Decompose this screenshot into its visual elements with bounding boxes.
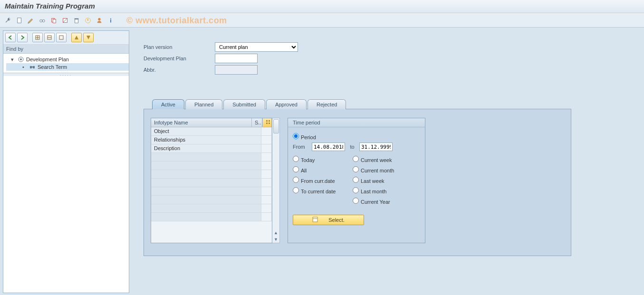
radio-label: To current date — [301, 189, 336, 194]
glasses-icon[interactable] — [37, 15, 48, 26]
radio-label: From curr.date — [301, 178, 335, 184]
grid-row[interactable]: Object — [151, 127, 272, 136]
grid-row[interactable]: Description — [151, 144, 272, 153]
tab-submitted[interactable]: Submitted — [223, 99, 265, 109]
tree-icon-2[interactable] — [44, 33, 55, 42]
svg-rect-0 — [18, 18, 21, 23]
radio-from-curr-date[interactable]: From curr.date — [293, 177, 350, 184]
scroll-thumb[interactable] — [273, 119, 279, 133]
plan-node-icon — [18, 56, 24, 63]
grid-cell-s — [261, 136, 272, 144]
main-toolbar: © www.tutorialkart.com — [0, 13, 644, 28]
grid-cell — [151, 153, 261, 162]
tab-rejected[interactable]: Rejected — [308, 99, 346, 109]
grid-cell-s — [261, 179, 272, 187]
svg-rect-6 — [75, 19, 78, 23]
svg-rect-24 — [269, 123, 270, 124]
to-label: to — [348, 144, 356, 150]
page-title: Maintain Training Program — [0, 0, 644, 13]
grid-cell-s — [261, 144, 272, 153]
grid-row[interactable] — [151, 179, 272, 187]
radio-label: Current week — [361, 157, 392, 163]
svg-rect-19 — [33, 66, 35, 68]
radio-last-week[interactable]: Last week — [353, 177, 384, 184]
radio-period[interactable]: Period — [293, 133, 350, 140]
tree-icon-1[interactable] — [32, 33, 43, 42]
info-icon[interactable] — [106, 15, 116, 26]
select-button[interactable]: Select. — [293, 215, 364, 225]
tree-root-development-plan[interactable]: ▾ Development Plan — [6, 56, 129, 63]
plan-version-select[interactable]: Current plan — [215, 42, 298, 52]
sidebar: Find by ▾ Development Plan • Search Term… — [3, 30, 129, 293]
svg-rect-23 — [266, 123, 268, 124]
tab-planned[interactable]: Planned — [185, 99, 222, 109]
grid-row[interactable] — [151, 196, 272, 204]
svg-point-10 — [98, 18, 100, 20]
plan-version-label: Plan version — [144, 44, 215, 50]
to-date-input[interactable] — [359, 143, 393, 151]
edit-icon[interactable] — [26, 15, 36, 26]
development-plan-input[interactable] — [215, 54, 258, 63]
person-icon[interactable] — [94, 15, 105, 26]
tab-approved[interactable]: Approved — [266, 99, 307, 109]
delimit-icon[interactable] — [60, 15, 70, 26]
radio-to-current-date[interactable]: To current date — [293, 187, 350, 194]
collapse-icon[interactable] — [71, 33, 82, 42]
svg-rect-11 — [110, 19, 111, 22]
grid-row[interactable] — [151, 213, 272, 221]
grid-row[interactable] — [151, 170, 272, 179]
grid-cell-s — [261, 196, 272, 204]
svg-rect-4 — [53, 19, 56, 23]
grid-body: Object Relationships Description — [151, 127, 272, 221]
radio-label: Today — [301, 157, 315, 163]
select-button-icon — [312, 217, 319, 223]
sidebar-empty-area — [3, 76, 129, 293]
from-date-input[interactable] — [312, 143, 345, 151]
nav-back-icon[interactable] — [5, 33, 16, 42]
radio-current-month[interactable]: Current month — [353, 166, 394, 173]
tab-active[interactable]: Active — [152, 99, 184, 109]
wrench-icon[interactable] — [3, 15, 13, 26]
svg-point-1 — [40, 19, 42, 22]
svg-rect-22 — [269, 120, 270, 122]
expand-icon[interactable] — [83, 33, 94, 42]
radio-today[interactable]: Today — [293, 156, 350, 163]
tree-icon-3[interactable] — [56, 33, 67, 42]
grid-scrollbar[interactable]: ▲ ▼ — [272, 118, 280, 243]
delete-icon[interactable] — [71, 15, 82, 26]
overview-icon[interactable] — [83, 15, 93, 26]
svg-rect-25 — [313, 217, 317, 222]
radio-period-label: Period — [301, 134, 316, 140]
development-plan-label: Development Plan — [144, 56, 215, 61]
grid-row[interactable] — [151, 187, 272, 196]
tree-leaf-icon: • — [22, 64, 27, 70]
find-by-label: Find by — [3, 45, 129, 54]
grid-cell-s — [261, 127, 272, 136]
abbr-input — [215, 65, 258, 75]
grid-cell-s — [261, 187, 272, 196]
grid-row[interactable] — [151, 162, 272, 170]
svg-rect-7 — [75, 19, 79, 19]
grid-settings-icon[interactable] — [262, 118, 272, 127]
grid-header-infotype[interactable]: Infotype Name — [151, 118, 252, 127]
nav-forward-icon[interactable] — [17, 33, 28, 42]
scroll-down-icon[interactable]: ▼ — [274, 236, 278, 243]
radio-current-year[interactable]: Current Year — [353, 198, 390, 205]
radio-current-week[interactable]: Current week — [353, 156, 392, 163]
grid-row[interactable] — [151, 153, 272, 162]
radio-all[interactable]: All — [293, 166, 350, 173]
new-icon[interactable] — [14, 15, 25, 26]
main-content: Plan version Current plan Development Pl… — [129, 28, 644, 295]
tree-child-search-term[interactable]: • Search Term — [6, 63, 129, 71]
grid-cell-s — [261, 162, 272, 170]
grid-row[interactable] — [151, 204, 272, 213]
copy-icon[interactable] — [48, 15, 59, 26]
radio-last-month[interactable]: Last month — [353, 187, 386, 194]
radio-label: Last week — [361, 178, 384, 184]
grid-header-status[interactable]: S.. — [252, 118, 262, 127]
tree-expander-icon[interactable]: ▾ — [11, 57, 16, 63]
scroll-up-icon[interactable]: ▲ — [274, 229, 278, 236]
grid-row[interactable]: Relationships — [151, 136, 272, 144]
infotype-grid: Infotype Name S.. Object Relationships D… — [151, 118, 272, 243]
from-label: From — [293, 144, 309, 150]
